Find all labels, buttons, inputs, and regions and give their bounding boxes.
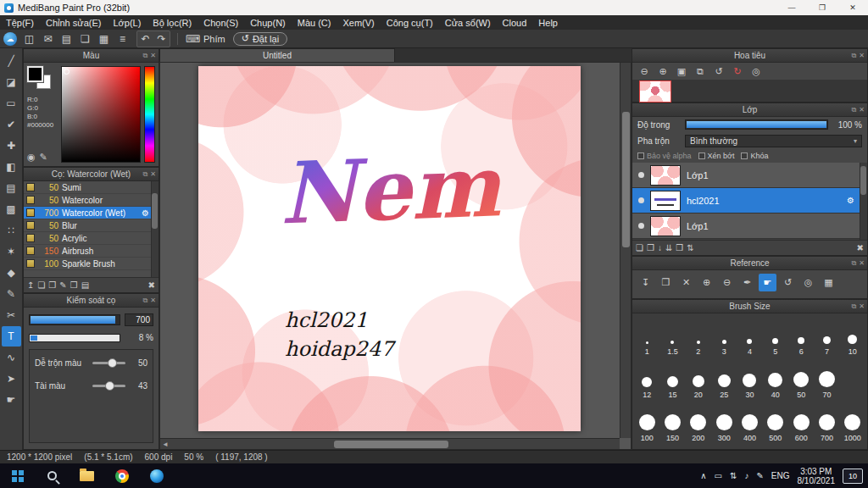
- rotate-right-icon[interactable]: ↻: [730, 64, 745, 78]
- brush-item[interactable]: 50 Sumi: [24, 181, 159, 194]
- hue-slider[interactable]: [144, 66, 155, 163]
- layer-list-scrollbar[interactable]: [860, 163, 867, 240]
- navigator-preview[interactable]: [632, 80, 867, 102]
- float-icon[interactable]: ⧉: [852, 302, 857, 311]
- zoom-in-icon[interactable]: ⊕: [655, 64, 670, 78]
- vertical-scrollbar[interactable]: [620, 63, 631, 438]
- brush-export-icon[interactable]: ↥: [27, 280, 34, 290]
- brush-tool[interactable]: ╱: [2, 51, 21, 71]
- menu-view[interactable]: Xem(V): [337, 18, 380, 28]
- import-reference-icon[interactable]: ↧: [637, 274, 654, 291]
- reorder-layer-icon[interactable]: ⇅: [687, 243, 693, 252]
- new-layer-icon[interactable]: ❏: [636, 243, 643, 252]
- divide-tool[interactable]: ✂: [2, 305, 21, 325]
- saturation-value-picker[interactable]: [61, 66, 141, 163]
- layer-visibility-icon[interactable]: [638, 223, 644, 229]
- hand-tool[interactable]: ☛: [2, 390, 21, 410]
- brush-size-option[interactable]: 25: [711, 358, 737, 402]
- reset-button[interactable]: ↺ Đặt lại: [233, 32, 287, 46]
- brush-size-option[interactable]: 50: [788, 358, 814, 402]
- volume-icon[interactable]: ♪: [744, 471, 748, 480]
- foreground-color-swatch[interactable]: [27, 66, 43, 82]
- brush-size-option[interactable]: 150: [659, 402, 685, 445]
- maximize-button[interactable]: ❐: [807, 0, 837, 15]
- blend-mode-dropdown[interactable]: Bình thường ▾: [685, 135, 862, 147]
- canvas-viewport[interactable]: Nem hcl2021 hoidap247 ◄: [159, 62, 632, 450]
- brush-item[interactable]: 50 Acrylic: [24, 232, 159, 245]
- brush-edit-icon[interactable]: ✎: [59, 280, 66, 290]
- language-indicator[interactable]: ENG: [771, 471, 790, 480]
- layer-visibility-icon[interactable]: [638, 197, 644, 203]
- brush-size-option[interactable]: 500: [763, 402, 788, 445]
- brush-size-option[interactable]: 40: [763, 358, 788, 402]
- brush-size-slider[interactable]: [29, 314, 120, 325]
- pen-tool[interactable]: ✎: [2, 284, 21, 304]
- select-pen-tool[interactable]: ✔: [2, 114, 21, 135]
- canvas[interactable]: Nem hcl2021 hoidap247: [198, 66, 581, 431]
- brush-size-option[interactable]: 4: [737, 315, 762, 358]
- ref-eyedropper-icon[interactable]: ✒: [738, 274, 756, 291]
- layer-row-selected[interactable]: hcl2021 ⚙: [632, 188, 867, 214]
- float-icon[interactable]: ⧉: [143, 170, 148, 179]
- float-icon[interactable]: ⧉: [143, 297, 148, 305]
- taskbar-clock[interactable]: 3:03 PM 8/10/2021: [798, 467, 836, 485]
- edit-color-icon[interactable]: ✎: [40, 152, 47, 163]
- actual-size-icon[interactable]: ⧉: [693, 64, 708, 78]
- brush-item-selected[interactable]: 700 Watercolor (Wet) ⚙: [24, 207, 159, 219]
- float-icon[interactable]: ⧉: [143, 52, 148, 60]
- menu-file[interactable]: Tệp(F): [0, 18, 40, 28]
- brush-item[interactable]: 50 Watercolor: [24, 194, 159, 207]
- pen-settings-icon[interactable]: ✎: [756, 471, 763, 480]
- dots-tool[interactable]: ∷: [2, 220, 21, 241]
- redo-icon[interactable]: ↷: [153, 31, 170, 47]
- brush-size-option[interactable]: 30: [737, 358, 762, 402]
- menu-filter[interactable]: Bộ lọc(R): [147, 18, 198, 28]
- transfer-layer-icon[interactable]: ↓: [658, 243, 662, 252]
- delete-layer-icon[interactable]: ✖: [857, 243, 864, 252]
- brush-delete-icon[interactable]: ✖: [148, 280, 155, 290]
- tray-expand-icon[interactable]: ∧: [700, 471, 706, 480]
- eraser-tool[interactable]: ◪: [2, 72, 21, 92]
- float-icon[interactable]: ⧉: [852, 52, 857, 60]
- brush-folder-icon[interactable]: ❒: [70, 280, 78, 290]
- document-tab[interactable]: Untitled: [159, 48, 395, 62]
- rotate-left-icon[interactable]: ↺: [711, 64, 726, 78]
- ref-zoom-out-icon[interactable]: ⊖: [718, 274, 736, 291]
- minimize-button[interactable]: —: [776, 0, 807, 15]
- clear-reference-icon[interactable]: ✕: [677, 274, 695, 291]
- brush-list-scrollbar[interactable]: [151, 181, 159, 277]
- close-button[interactable]: ✕: [837, 0, 868, 15]
- brush-size-option[interactable]: 10: [840, 315, 865, 358]
- float-icon[interactable]: ⧉: [852, 106, 857, 114]
- ref-grid-icon[interactable]: ▦: [820, 274, 837, 291]
- brush-size-option[interactable]: 3: [711, 315, 737, 358]
- brush-duplicate-icon[interactable]: ❐: [48, 280, 56, 290]
- horizontal-scrollbar[interactable]: ◄: [160, 438, 620, 449]
- undo-icon[interactable]: ↶: [137, 31, 153, 47]
- text-tool[interactable]: T: [2, 326, 21, 347]
- scroll-left-icon[interactable]: ◄: [160, 441, 170, 448]
- ref-zoom-in-icon[interactable]: ⊕: [698, 274, 715, 291]
- lasso-tool[interactable]: ∿: [2, 347, 21, 368]
- close-icon[interactable]: ✕: [150, 170, 156, 178]
- bucket-tool[interactable]: ◧: [2, 157, 21, 177]
- brush-size-option[interactable]: 200: [686, 402, 711, 445]
- action-center-icon[interactable]: 10: [843, 469, 863, 484]
- operation-tool[interactable]: ➤: [2, 369, 21, 389]
- select-tool[interactable]: ▭: [2, 93, 21, 114]
- new-doc-icon[interactable]: ❏: [77, 31, 93, 47]
- brush-size-option[interactable]: 700: [814, 402, 839, 445]
- reset-view-icon[interactable]: ◎: [748, 64, 764, 78]
- save-icon[interactable]: ◫: [21, 31, 37, 47]
- close-icon[interactable]: ✕: [859, 52, 865, 59]
- menu-edit[interactable]: Chỉnh sửa(E): [40, 18, 107, 28]
- brush-panel-icon[interactable]: ▤: [58, 31, 75, 47]
- lock-checkbox[interactable]: Khóa: [741, 152, 768, 160]
- layer-visibility-icon[interactable]: [638, 172, 644, 178]
- layer-folder-icon[interactable]: ❒: [676, 243, 683, 252]
- brush-size-option[interactable]: 1000: [840, 402, 865, 445]
- brush-item[interactable]: 50 Blur: [24, 219, 159, 232]
- layer-opacity-slider[interactable]: [685, 119, 828, 130]
- brush-size-option[interactable]: 2: [686, 315, 711, 358]
- layer-row[interactable]: Lớp1: [632, 214, 867, 239]
